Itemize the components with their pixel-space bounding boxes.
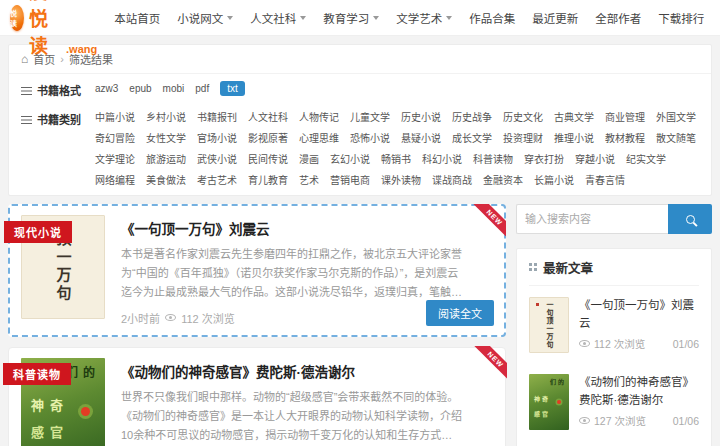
book-cover[interactable]: 们的神奇感官 <box>529 374 569 430</box>
nav-item-6[interactable]: 最近更新 <box>532 10 578 26</box>
breadcrumb-current: 筛选结果 <box>69 51 113 67</box>
site-logo-icon: 悦读 <box>10 5 24 31</box>
breadcrumb-home[interactable]: 首页 <box>33 51 55 67</box>
category-chip[interactable]: 穿越小说 <box>575 152 615 167</box>
post-title[interactable]: 《一句顶一万句》刘震云 <box>579 297 699 333</box>
format-chip-pdf[interactable]: pdf <box>195 81 209 96</box>
category-chip[interactable]: 儿童文学 <box>350 110 390 125</box>
format-chip-txt[interactable]: txt <box>220 81 245 96</box>
category-chip[interactable]: 考古艺术 <box>197 173 237 188</box>
article-title[interactable]: 《一句顶一万句》刘震云 <box>121 218 463 238</box>
category-chip[interactable]: 科幻小说 <box>422 152 462 167</box>
category-chip[interactable]: 历史文化 <box>503 110 543 125</box>
nav-item-2[interactable]: 人文社科 <box>250 10 306 26</box>
category-chip[interactable]: 谍战商战 <box>432 173 472 188</box>
category-chip[interactable]: 青春言情 <box>585 173 625 188</box>
cover-title-text: 一句顶一万句 <box>544 301 554 349</box>
eye-icon <box>579 340 590 347</box>
category-chip[interactable]: 历史战争 <box>452 110 492 125</box>
category-chip[interactable]: 投资理财 <box>503 131 543 146</box>
site-logo[interactable]: 悦读 爱悦读 .wang <box>10 0 97 58</box>
article-card: NEW科普读物们的神奇感官《动物们的神奇感官》费陀斯·德浩谢尔世界不只像我们眼中… <box>8 347 506 446</box>
category-chip[interactable]: 散文随笔 <box>656 131 696 146</box>
category-chip[interactable]: 古典文学 <box>554 110 594 125</box>
nav-item-4[interactable]: 文学艺术 <box>396 10 452 26</box>
post-date: 01/06 <box>673 415 699 427</box>
post-body: 《一句顶一万句》刘震云112 次浏览01/06 <box>579 297 699 353</box>
sidebar-search-button[interactable] <box>668 204 712 234</box>
category-chip[interactable]: 书籍报刊 <box>197 110 237 125</box>
category-chip[interactable]: 推理小说 <box>554 131 594 146</box>
format-chip-mobi[interactable]: mobi <box>163 81 185 96</box>
category-chip[interactable]: 恐怖小说 <box>350 131 390 146</box>
format-chip-epub[interactable]: epub <box>129 81 151 96</box>
nav-item-8[interactable]: 下载排行 <box>658 10 704 26</box>
category-chip[interactable]: 网络编程 <box>95 173 135 188</box>
category-chip[interactable]: 金融资本 <box>483 173 523 188</box>
category-chip[interactable]: 旅游运动 <box>146 152 186 167</box>
category-chip[interactable]: 纪实文学 <box>626 152 666 167</box>
frog-eye-graphic <box>81 407 90 416</box>
breadcrumb: ⌂ 首页 › 筛选结果 <box>9 45 711 74</box>
category-chip[interactable]: 漫画 <box>299 152 319 167</box>
category-badge[interactable]: 现代小说 <box>4 221 72 243</box>
nav-item-7[interactable]: 全部作者 <box>595 10 641 26</box>
read-more-button[interactable]: 阅读全文 <box>426 300 494 326</box>
category-chip[interactable]: 中篇小说 <box>95 110 135 125</box>
category-chip[interactable]: 影视原著 <box>248 131 288 146</box>
category-chip[interactable]: 商业管理 <box>605 110 645 125</box>
category-chip[interactable]: 课外读物 <box>381 173 421 188</box>
grid-icon <box>529 263 537 272</box>
category-chip[interactable]: 成长文学 <box>452 131 492 146</box>
latest-post-item[interactable]: 敦煌守望四十天《敦煌守望四十天》蒋理185 次浏览01/06 <box>529 440 699 446</box>
category-badge[interactable]: 科普读物 <box>3 363 71 385</box>
category-chip[interactable]: 文学理论 <box>95 152 135 167</box>
category-chip[interactable]: 穿衣打扮 <box>524 152 564 167</box>
nav-item-label: 下载排行 <box>658 10 704 26</box>
nav-item-1[interactable]: 小说网文 <box>177 10 233 26</box>
format-list: azw3epubmobipdftxt <box>95 81 699 100</box>
nav-item-5[interactable]: 作品合集 <box>469 10 515 26</box>
nav-item-label: 本站首页 <box>114 10 160 26</box>
cover-title-text: 们的 <box>66 363 100 380</box>
category-filter-label: 书籍类别 <box>21 110 81 127</box>
article-views: 112 次浏览 <box>181 310 235 326</box>
latest-post-item[interactable]: 们的神奇感官《动物们的神奇感官》费陀斯·德浩谢尔127 次浏览01/06 <box>529 363 699 440</box>
category-chip[interactable]: 历史小说 <box>401 110 441 125</box>
post-title[interactable]: 《动物们的神奇感官》费陀斯·德浩谢尔 <box>579 374 699 410</box>
category-chip[interactable]: 科普读物 <box>473 152 513 167</box>
format-chip-azw3[interactable]: azw3 <box>95 81 118 96</box>
nav-item-label: 文学艺术 <box>396 10 442 26</box>
category-chip[interactable]: 育儿教育 <box>248 173 288 188</box>
category-chip[interactable]: 艺术 <box>299 173 319 188</box>
site-logo-text: 爱悦读 <box>29 0 61 58</box>
category-chip[interactable]: 人物传记 <box>299 110 339 125</box>
category-chip[interactable]: 奇幻冒险 <box>95 131 135 146</box>
category-chip[interactable]: 悬疑小说 <box>401 131 441 146</box>
category-chip[interactable]: 长篇小说 <box>534 173 574 188</box>
category-chip[interactable]: 人文社科 <box>248 110 288 125</box>
category-chip[interactable]: 畅销书 <box>381 152 411 167</box>
breadcrumb-separator: › <box>60 53 64 65</box>
nav-item-0[interactable]: 本站首页 <box>114 10 160 26</box>
post-views: 112 次浏览 <box>579 336 645 351</box>
category-chip[interactable]: 外国文学 <box>656 110 696 125</box>
chevron-down-icon <box>300 16 306 20</box>
post-body: 《动物们的神奇感官》费陀斯·德浩谢尔127 次浏览01/06 <box>579 374 699 430</box>
category-chip[interactable]: 乡村小说 <box>146 110 186 125</box>
category-chip[interactable]: 武侠小说 <box>197 152 237 167</box>
category-chip[interactable]: 教材教程 <box>605 131 645 146</box>
category-chip[interactable]: 美食做法 <box>146 173 186 188</box>
article-title[interactable]: 《动物们的神奇感官》费陀斯·德浩谢尔 <box>121 361 463 381</box>
category-chip[interactable]: 玄幻小说 <box>330 152 370 167</box>
category-chip[interactable]: 官场小说 <box>197 131 237 146</box>
nav-item-3[interactable]: 教育学习 <box>323 10 379 26</box>
book-cover[interactable]: 一句顶一万句 <box>529 297 569 353</box>
latest-post-item[interactable]: 一句顶一万句《一句顶一万句》刘震云112 次浏览01/06 <box>529 286 699 363</box>
category-chip[interactable]: 民间传说 <box>248 152 288 167</box>
new-ribbon-label: NEW <box>471 204 506 241</box>
category-chip[interactable]: 女性文学 <box>146 131 186 146</box>
category-chip[interactable]: 营销电商 <box>330 173 370 188</box>
category-chip[interactable]: 心理思维 <box>299 131 339 146</box>
search-input[interactable] <box>516 204 668 234</box>
